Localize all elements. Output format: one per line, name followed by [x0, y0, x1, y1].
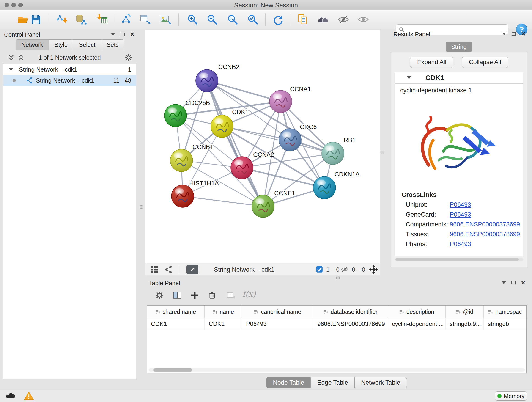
- table-horizontal-scrollbar[interactable]: [149, 368, 525, 371]
- network-edge[interactable]: [207, 81, 281, 102]
- network-node[interactable]: [196, 70, 218, 92]
- tab-node-table[interactable]: Node Table: [266, 377, 311, 388]
- network-and-table-icon[interactable]: [139, 13, 152, 26]
- tab-network-table[interactable]: Network Table: [355, 377, 407, 388]
- memory-button[interactable]: Memory: [495, 391, 527, 401]
- open-session-icon[interactable]: [17, 13, 29, 26]
- birdseye-view-icon[interactable]: [150, 265, 159, 274]
- network-edge[interactable]: [183, 196, 263, 206]
- toolbar-separator: [291, 13, 291, 26]
- network-node[interactable]: [313, 177, 336, 199]
- splitter-handle[interactable]: [381, 151, 384, 154]
- annotation-copy-icon[interactable]: [297, 13, 309, 26]
- network-canvas[interactable]: CCNB2CCNA1CDC25BCDK1CDC6RB1CCNB1CCNA2CDK…: [145, 30, 380, 263]
- selected-checkbox-icon[interactable]: [315, 265, 323, 274]
- toolbar-separator: [179, 265, 179, 274]
- tab-edge-table[interactable]: Edge Table: [311, 377, 355, 388]
- panel-close-icon[interactable]: ×: [521, 280, 525, 285]
- expand-all-button[interactable]: Expand All: [410, 57, 454, 68]
- column-header[interactable]: name: [205, 306, 242, 318]
- crosslink-link[interactable]: P06493: [450, 201, 471, 208]
- network-node[interactable]: [279, 128, 301, 151]
- network-node[interactable]: [252, 195, 274, 217]
- panel-float-icon[interactable]: [511, 281, 515, 284]
- tab-style[interactable]: Style: [49, 39, 73, 50]
- panel-collapse-icon[interactable]: [111, 33, 115, 36]
- network-node[interactable]: [164, 104, 187, 127]
- show-columns-icon[interactable]: [172, 290, 182, 300]
- network-node[interactable]: [171, 185, 194, 207]
- network-overview-icon[interactable]: [165, 265, 173, 274]
- results-scrollbar[interactable]: [395, 258, 523, 261]
- crosslink-link[interactable]: P06493: [450, 241, 471, 248]
- import-network-database-icon[interactable]: [75, 13, 87, 26]
- zoom-selected-icon[interactable]: [247, 13, 259, 26]
- column-header[interactable]: namespac: [484, 306, 526, 318]
- tab-string[interactable]: String: [446, 42, 472, 52]
- table-cell[interactable]: CDK1: [205, 318, 242, 330]
- tab-select[interactable]: Select: [73, 39, 101, 50]
- crosslink-link[interactable]: 9606.ENSP00000378699: [450, 231, 520, 238]
- table-cell[interactable]: P06493: [242, 318, 313, 330]
- network-collection-row[interactable]: String Network – cdk1 1: [3, 64, 136, 75]
- scrollbar-thumb[interactable]: [153, 368, 192, 371]
- panel-close-icon[interactable]: ×: [130, 32, 134, 37]
- delete-column-icon[interactable]: [207, 290, 217, 300]
- network-node[interactable]: [211, 115, 233, 138]
- export-image-icon[interactable]: [160, 13, 172, 26]
- panel-collapse-icon[interactable]: [502, 32, 506, 35]
- table-row[interactable]: CDK1 CDK1 P06493 9606.ENSP00000378699 cy…: [147, 318, 526, 330]
- save-session-icon[interactable]: [30, 13, 42, 26]
- network-row[interactable]: String Network – cdk1 11 48: [3, 75, 136, 86]
- pan-move-icon[interactable]: [369, 265, 378, 274]
- network-node[interactable]: [269, 90, 292, 113]
- gene-card-header[interactable]: CDK1: [395, 72, 523, 84]
- column-header[interactable]: description: [388, 306, 446, 318]
- hide-selected-icon[interactable]: [337, 13, 349, 26]
- gear-icon[interactable]: [124, 53, 133, 62]
- zoom-in-icon[interactable]: [186, 13, 198, 26]
- crosslink-link[interactable]: 9606.ENSP00000378699: [450, 221, 520, 228]
- column-header[interactable]: shared name: [147, 306, 205, 318]
- crosslink-link[interactable]: P06493: [450, 211, 471, 218]
- network-node[interactable]: [231, 157, 253, 179]
- tab-network[interactable]: Network: [16, 39, 49, 50]
- column-sort-icon: [155, 309, 160, 314]
- table-cell[interactable]: stringdb:9...: [446, 318, 484, 330]
- hidden-eye-slash-icon[interactable]: [341, 265, 349, 274]
- node-label: CDKN1A: [335, 171, 360, 178]
- zoom-out-icon[interactable]: [206, 13, 218, 26]
- table-cell[interactable]: cyclin-dependent ...: [388, 318, 446, 330]
- zoom-fit-icon[interactable]: [227, 13, 239, 26]
- home-neighbors-icon[interactable]: [317, 13, 329, 26]
- warning-icon[interactable]: [24, 391, 34, 400]
- import-network-file-icon[interactable]: [56, 13, 68, 26]
- splitter-handle[interactable]: [140, 205, 143, 209]
- import-table-icon[interactable]: [96, 13, 108, 26]
- table-cell[interactable]: 9606.ENSP00000378699: [313, 318, 388, 330]
- panel-collapse-icon[interactable]: [502, 281, 506, 284]
- column-header[interactable]: database identifier: [313, 306, 388, 318]
- network-from-selection-icon[interactable]: [120, 13, 132, 26]
- column-header[interactable]: canonical name: [242, 306, 313, 318]
- network-node[interactable]: [322, 142, 344, 165]
- show-all-icon[interactable]: [357, 13, 369, 26]
- column-header[interactable]: @id: [446, 306, 484, 318]
- panel-float-icon[interactable]: [512, 32, 516, 36]
- collapse-all-button[interactable]: Collapse All: [462, 57, 508, 68]
- card-caret-icon[interactable]: [407, 76, 411, 79]
- network-node[interactable]: [170, 149, 193, 172]
- tree-caret-icon[interactable]: [9, 68, 13, 71]
- refresh-icon[interactable]: [272, 13, 284, 26]
- table-cell[interactable]: stringdb: [484, 318, 526, 330]
- table-settings-gear-icon[interactable]: [154, 290, 165, 300]
- table-cell[interactable]: CDK1: [147, 318, 205, 330]
- add-column-icon[interactable]: [190, 290, 200, 300]
- cloud-icon[interactable]: [6, 391, 16, 400]
- panel-float-icon[interactable]: [120, 32, 125, 36]
- panel-close-icon[interactable]: ×: [521, 31, 525, 36]
- crosslink-label: Compartments:: [406, 221, 450, 228]
- network-edge[interactable]: [207, 81, 263, 206]
- tab-sets[interactable]: Sets: [101, 39, 124, 50]
- open-in-new-button[interactable]: [186, 265, 198, 274]
